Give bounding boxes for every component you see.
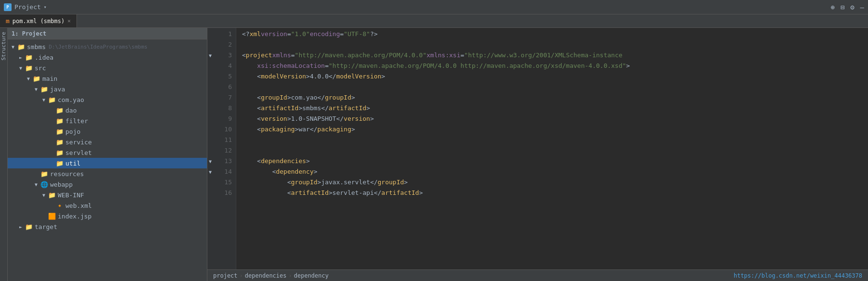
tab-pom-xml[interactable]: m pom.xml (smbms) ✕ [0,14,77,27]
tree-item-servlet[interactable]: 📁 servlet [8,147,207,158]
fold-10 [207,124,213,135]
code-line-16: <artifactId>servlet-api</artifactId> [242,188,868,198]
folder-icon-servlet: 📁 [56,149,64,156]
fold-1 [207,29,213,39]
tab-label: pom.xml (smbms) [13,18,64,25]
syntax-eq2: = [340,29,344,39]
syn-attr4: xsi:schemaLocation [257,61,325,71]
tree-item-smbms[interactable]: 📁 smbms D:\JetBrains\IdeaPrograms\smbms [8,41,207,52]
line-num-5: 5 [213,71,232,82]
line-num-8: 8 [213,103,232,114]
breadcrumb: project › dependencies › dependency [213,272,329,279]
line-num-3: 3 [213,50,232,61]
gutter-fold: ▼ ▼ ▼ [207,28,213,269]
arrow-java [35,87,39,92]
tree-item-main[interactable]: 📁 main [8,73,207,84]
breadcrumb-dependency: dependency [294,272,329,279]
label-filter: filter [65,117,88,125]
project-label: Project [14,3,41,11]
syntax-val: "1.0" [291,29,310,39]
minimize-icon[interactable]: — [860,3,864,11]
folder-icon-comyao: 📁 [48,96,56,103]
structure-strip: Structure [0,28,8,281]
arrow-webapp [35,182,39,187]
code-line-10: <packaging>war</packaging> [242,124,868,135]
breadcrumb-sep-2: › [289,272,292,279]
tree-item-webapp[interactable]: 🌐 webapp [8,179,207,190]
tab-prefix: m [6,17,10,25]
syntax-eq: = [287,29,291,39]
breadcrumb-project: project [213,272,238,279]
arrow-comyao [42,97,47,102]
line-num-2: 2 [213,39,232,50]
tree-item-indexjsp[interactable]: 🟧 index.jsp [8,211,207,221]
code-line-3: <project xmlns="http://maven.apache.org/… [242,50,868,61]
label-smbms: smbms [27,43,46,51]
code-line-14: <dependency> [242,166,868,177]
line-num-12: 12 [213,145,232,156]
syntax-close-pi: ?> [370,29,378,39]
folder-icon-filter: 📁 [56,117,64,125]
label-main: main [42,75,57,82]
line-num-4: 4 [213,61,232,71]
tree-item-target[interactable]: 📁 target [8,221,207,232]
label-resources: resources [50,170,84,178]
arrow-main [27,76,32,81]
structure-label[interactable]: Structure [0,28,7,64]
code-line-8: <artifactId>smbms</artifactId> [242,103,868,114]
tree-item-resources[interactable]: 📁 resources [8,168,207,179]
label-dao: dao [65,107,77,114]
line-num-15: 15 [213,177,232,188]
code-line-9: <version>1.0-SNAPSHOT</version> [242,114,868,124]
label-servlet: servlet [65,149,92,156]
collapse-icon[interactable]: ⊟ [841,3,844,11]
tree-item-filter[interactable]: 📁 filter [8,115,207,126]
line-numbers: 1 2 3 4 5 6 7 8 9 10 11 12 13 14 15 16 [213,28,236,269]
file-icon-webxml: 🔸 [56,202,64,209]
syn-attr3a: xmlns [272,50,291,61]
folder-icon-src: 📁 [25,64,33,72]
settings-icon[interactable]: ⚙ [850,3,854,11]
code-line-1: <?xml version="1.0" encoding="UTF-8"?> [242,29,868,39]
tree-item-webxml[interactable]: 🔸 web.xml [8,200,207,211]
code-line-15: <groupId>javax.servlet</groupId> [242,177,868,188]
syntax-val2: "UTF-8" [344,29,370,39]
tree-item-util[interactable]: 📁 util [8,158,207,168]
code-line-13: <dependencies> [242,156,868,166]
fold-3[interactable]: ▼ [207,50,213,61]
tree-item-pojo[interactable]: 📁 pojo [8,126,207,137]
line-num-14: 14 [213,166,232,177]
arrow-src [19,65,24,71]
fold-14[interactable]: ▼ [207,166,213,177]
syn-val3b: "http://www.w3.org/2001/XMLSchema-instan… [464,50,623,61]
tab-close-button[interactable]: ✕ [67,18,71,24]
tree-item-java[interactable]: 📁 java [8,84,207,94]
fold-6 [207,82,213,92]
folder-icon-webapp: 🌐 [40,181,48,188]
tree-item-src[interactable]: 📁 src [8,63,207,73]
project-icon: P [4,3,12,11]
fold-4 [207,61,213,71]
title-bar: P Project ▾ ⊕ ⊟ ⚙ — [0,0,868,14]
tree-item-dao[interactable]: 📁 dao [8,105,207,115]
fold-13[interactable]: ▼ [207,156,213,166]
label-indexjsp: index.jsp [58,213,91,220]
line-num-10: 10 [213,124,232,135]
tree-container[interactable]: 📁 smbms D:\JetBrains\IdeaPrograms\smbms … [8,39,207,281]
code-area[interactable]: <?xml version="1.0" encoding="UTF-8"?> <… [236,28,868,269]
arrow-idea [19,55,24,60]
breadcrumb-dependencies: dependencies [245,272,287,279]
tree-item-service[interactable]: 📁 service [8,137,207,147]
project-dropdown[interactable]: ▾ [44,4,47,10]
folder-icon-java: 📁 [40,86,48,93]
project-panel: 1: Project 📁 smbms D:\JetBrains\IdeaProg… [8,28,207,281]
main-content: Structure 1: Project 📁 smbms D:\JetBrain… [0,28,868,281]
sync-icon[interactable]: ⊕ [830,3,834,11]
fold-5 [207,71,213,82]
tree-item-comyao[interactable]: 📁 com.yao [8,94,207,105]
label-pojo: pojo [65,128,80,135]
arrow-webinf [42,192,47,198]
tree-item-idea[interactable]: 📁 .idea [8,52,207,63]
tree-item-webinf[interactable]: 📁 WEB-INF [8,190,207,200]
folder-icon-service: 📁 [56,139,64,146]
